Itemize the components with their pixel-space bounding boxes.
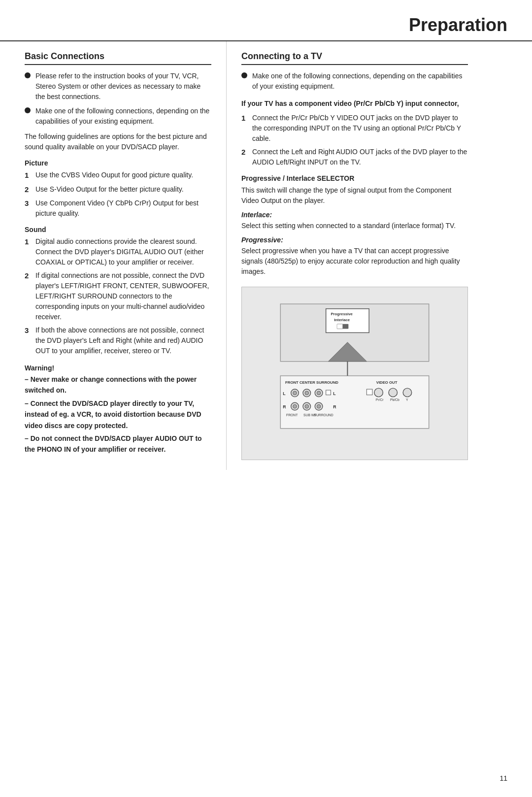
- svg-point-10: [389, 388, 397, 397]
- svg-rect-5: [337, 324, 343, 329]
- sound-item-2: 2 If digital connections are not possibl…: [25, 270, 211, 322]
- svg-rect-24: [326, 390, 331, 395]
- right-bullet-text-1: Make one of the following connections, d…: [252, 71, 468, 92]
- svg-text:FRONT: FRONT: [286, 413, 298, 417]
- progressive-selector-desc: This switch will change the type of sign…: [241, 185, 468, 206]
- right-column: Connecting to a TV Make one of the follo…: [227, 41, 493, 470]
- svg-point-23: [317, 391, 321, 395]
- right-bullet-1: Make one of the following connections, d…: [241, 71, 468, 92]
- bullet-dot-1: [25, 72, 31, 78]
- svg-point-30: [305, 404, 309, 408]
- component-video-title: If your TV has a component video (Pr/Cr …: [241, 99, 468, 109]
- sound-item-1-text: Digital audio connections provide the cl…: [35, 236, 211, 267]
- progressive-label: Progressive:: [241, 236, 468, 244]
- bullet-dot-2: [25, 107, 31, 113]
- picture-item-1-text: Use the CVBS Video Ouput for good pictur…: [35, 170, 193, 180]
- svg-rect-15: [366, 389, 372, 395]
- interlace-label: Interlace:: [241, 211, 468, 219]
- sound-label: Sound: [25, 226, 211, 233]
- sound-item-3: 3 If both the above connections are not …: [25, 325, 211, 356]
- sound-list: 1 Digital audio connections provide the …: [25, 236, 211, 356]
- bullet-item-1: Please refer to the instruction books of…: [25, 71, 211, 102]
- svg-text:Y: Y: [406, 398, 408, 401]
- svg-point-21: [305, 391, 309, 395]
- progressive-desc: Select progressive when you have a TV th…: [241, 246, 468, 277]
- svg-text:R: R: [333, 404, 336, 409]
- component-item-1: 1 Connect the Pr/Cr Pb/Cb Y VIDEO OUT ja…: [241, 113, 468, 144]
- svg-text:L: L: [283, 391, 286, 396]
- svg-text:FRONT  CENTER  SURROUND: FRONT CENTER SURROUND: [285, 380, 338, 385]
- basic-connections-title: Basic Connections: [25, 51, 211, 65]
- page-header: Preparation: [0, 0, 532, 41]
- picture-item-1: 1 Use the CVBS Video Ouput for good pict…: [25, 170, 211, 181]
- sound-item-2-text: If digital connections are not possible,…: [35, 270, 211, 322]
- sound-item-3-text: If both the above connections are not po…: [35, 325, 211, 356]
- svg-text:Pb/Cb: Pb/Cb: [390, 398, 399, 401]
- svg-text:Pr/Cr: Pr/Cr: [376, 398, 384, 401]
- bullet-item-2: Make one of the following connections, d…: [25, 106, 211, 127]
- bullet-text-2: Make one of the following connections, d…: [35, 106, 211, 127]
- left-column: Basic Connections Please refer to the in…: [0, 41, 227, 470]
- guidelines-text: The following guidelines are options for…: [25, 132, 211, 152]
- component-list: 1 Connect the Pr/Cr Pb/Cb Y VIDEO OUT ja…: [241, 113, 468, 167]
- svg-point-11: [403, 388, 411, 397]
- svg-text:Progressive: Progressive: [331, 312, 353, 316]
- component-item-2-text: Connect the Left and Right AUDIO OUT jac…: [252, 147, 468, 167]
- diagram-container: Progressive Interlace VIDEO OUT Pr/: [241, 287, 468, 460]
- component-item-2: 2 Connect the Left and Right AUDIO OUT j…: [241, 147, 468, 167]
- warning-item-3: – Do not connect the DVD/SACD player AUD…: [25, 433, 211, 455]
- connecting-tv-title: Connecting to a TV: [241, 51, 468, 65]
- svg-point-19: [293, 391, 297, 395]
- svg-text:L: L: [333, 391, 336, 396]
- svg-text:SURROUND: SURROUND: [314, 413, 333, 417]
- page-number: 11: [499, 774, 507, 782]
- picture-item-2: 2 Use S-Video Output for the better pict…: [25, 184, 211, 196]
- page-title: Preparation: [409, 15, 507, 35]
- content-area: Basic Connections Please refer to the in…: [0, 41, 532, 470]
- right-bullet-dot-1: [241, 72, 247, 78]
- warning-section: Warning! – Never make or change connecti…: [25, 364, 211, 455]
- svg-point-9: [374, 388, 383, 397]
- picture-item-2-text: Use S-Video Output for the better pictur…: [35, 184, 184, 195]
- warning-label: Warning!: [25, 364, 211, 372]
- picture-item-3-text: Use Component Video (Y CbPb CrPr) Output…: [35, 198, 211, 219]
- warning-item-2: – Connect the DVD/SACD player directly t…: [25, 398, 211, 431]
- svg-text:R: R: [283, 404, 286, 409]
- svg-text:Interlace: Interlace: [334, 318, 350, 322]
- svg-point-32: [317, 404, 321, 408]
- component-item-1-text: Connect the Pr/Cr Pb/Cb Y VIDEO OUT jack…: [252, 113, 468, 144]
- picture-label: Picture: [25, 159, 211, 167]
- warning-item-1: – Never make or change connections with …: [25, 374, 211, 396]
- diagram-svg: Progressive Interlace VIDEO OUT Pr/: [252, 297, 458, 450]
- interlace-desc: Select this setting when connected to a …: [241, 221, 468, 231]
- picture-list: 1 Use the CVBS Video Ouput for good pict…: [25, 170, 211, 219]
- picture-item-3: 3 Use Component Video (Y CbPb CrPr) Outp…: [25, 198, 211, 219]
- bullet-text-1: Please refer to the instruction books of…: [35, 71, 211, 102]
- progressive-selector-title: Progressive / Interlace SELECTOR: [241, 174, 468, 182]
- svg-point-28: [293, 404, 297, 408]
- sound-item-1: 1 Digital audio connections provide the …: [25, 236, 211, 267]
- svg-text:VIDEO OUT: VIDEO OUT: [376, 380, 398, 385]
